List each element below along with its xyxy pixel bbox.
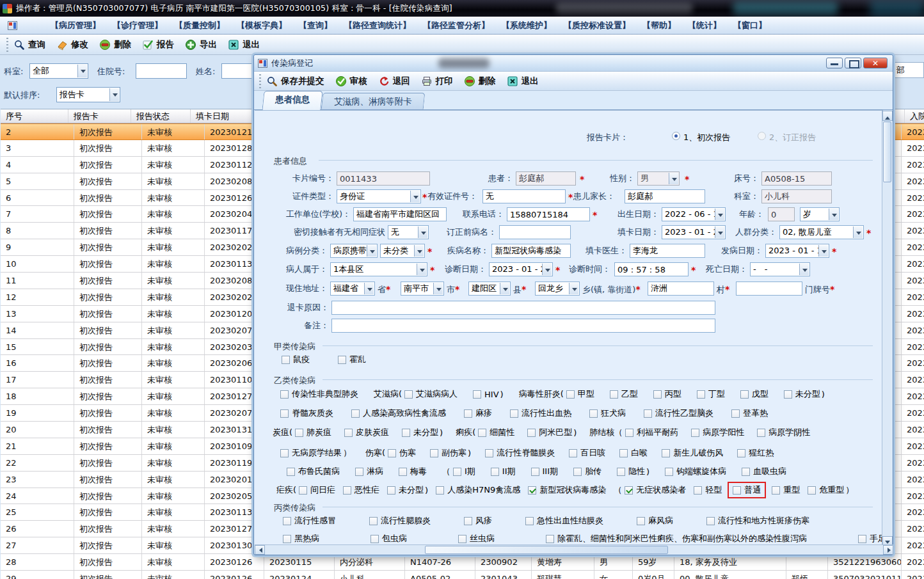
checkbox-item[interactable]: 登革热 bbox=[731, 408, 768, 419]
chevron-down-icon[interactable] bbox=[853, 226, 863, 238]
checkbox[interactable] bbox=[617, 468, 625, 476]
crowd-combo[interactable]: 02, 散居儿童 bbox=[779, 225, 864, 239]
county-combo[interactable]: 建阳区 bbox=[468, 282, 511, 296]
checkbox[interactable] bbox=[589, 409, 598, 418]
menu-item[interactable]: 【质量控制】 bbox=[175, 20, 225, 31]
checkbox-item[interactable]: 传染性非典型肺炎 bbox=[280, 388, 358, 400]
chevron-down-icon[interactable] bbox=[818, 245, 828, 257]
report-button[interactable]: 报告 bbox=[142, 39, 174, 51]
checkbox-item[interactable]: 流行性感冒 bbox=[283, 515, 336, 527]
province-combo[interactable]: 福建省 bbox=[330, 282, 375, 296]
menu-item[interactable]: 【病历管理】 bbox=[51, 20, 100, 31]
audit-button[interactable]: 审核 bbox=[335, 75, 367, 87]
checkbox[interactable] bbox=[299, 486, 307, 495]
tab-aids-gonorrhea-card[interactable]: 艾滋病、淋病等附卡 bbox=[321, 93, 425, 110]
checkbox-item[interactable]: 病原学阴性 bbox=[757, 427, 810, 438]
checkbox-item[interactable]: 病毒性肝炎(甲型 bbox=[519, 388, 594, 400]
checkbox[interactable] bbox=[369, 517, 378, 525]
checkbox[interactable] bbox=[808, 486, 816, 495]
exit-button[interactable]: 退出 bbox=[228, 39, 260, 51]
checkbox-item[interactable]: II期 bbox=[491, 466, 516, 477]
checkbox[interactable] bbox=[527, 429, 536, 437]
checkbox-item[interactable]: 人感染H7N9禽流感 bbox=[436, 484, 520, 496]
checkbox[interactable] bbox=[858, 535, 866, 543]
diag-time-field[interactable] bbox=[614, 262, 689, 276]
remark-field[interactable] bbox=[331, 319, 715, 333]
case-class-combo2[interactable]: 未分类 bbox=[380, 244, 425, 258]
checkbox-item[interactable]: 未分型) bbox=[387, 484, 428, 496]
checkbox-item[interactable]: 痢疾(细菌性 bbox=[456, 427, 514, 438]
checkbox-item[interactable]: 风疹 bbox=[464, 515, 492, 527]
scroll-right-button[interactable] bbox=[883, 545, 893, 555]
checkbox-item[interactable]: 未分型) bbox=[784, 388, 825, 400]
onset-date-combo[interactable]: 2023 - 01 - 16 bbox=[765, 244, 829, 258]
sort-filter-combo[interactable]: 报告卡 bbox=[56, 87, 120, 102]
checkbox-item[interactable]: 危重型） bbox=[808, 484, 854, 496]
checkbox[interactable] bbox=[740, 390, 749, 399]
checkbox[interactable] bbox=[388, 449, 396, 457]
checkbox-item[interactable]: 狂犬病 bbox=[589, 408, 626, 419]
checkbox[interactable] bbox=[644, 409, 652, 418]
checkbox-item[interactable]: 隐性) bbox=[617, 466, 649, 477]
checkbox[interactable] bbox=[510, 409, 518, 418]
dept-filter-combo[interactable]: 全部 bbox=[29, 63, 88, 79]
checkbox-item[interactable]: 急性出血性结膜炎 bbox=[525, 515, 603, 527]
table-row[interactable]: 28 初次报告 未审核 20230126 20230115 内分泌科 N1407… bbox=[1, 554, 924, 571]
checkbox-item[interactable]: 猩红热 bbox=[737, 447, 774, 459]
chevron-down-icon[interactable] bbox=[77, 65, 87, 77]
checkbox-item[interactable]: 炭疽(肺炭疽 bbox=[273, 427, 331, 438]
menu-item[interactable]: 【帮助】 bbox=[642, 20, 676, 31]
scroll-left-button[interactable] bbox=[255, 545, 265, 555]
chevron-down-icon[interactable] bbox=[829, 209, 838, 220]
checkbox[interactable] bbox=[784, 390, 792, 399]
menu-item[interactable]: 【质控标准设置】 bbox=[564, 20, 630, 31]
checkbox[interactable] bbox=[737, 449, 745, 457]
chevron-down-icon[interactable] bbox=[542, 264, 552, 275]
checkbox-item[interactable]: 麻疹 bbox=[464, 408, 492, 419]
checkbox[interactable] bbox=[338, 356, 346, 364]
checkbox-item[interactable]: 新型冠状病毒感染 bbox=[528, 484, 606, 496]
bed-field[interactable] bbox=[761, 171, 832, 186]
checkbox-item[interactable]: 鼠疫 bbox=[282, 354, 310, 365]
checkbox[interactable] bbox=[528, 486, 536, 495]
checkbox[interactable] bbox=[625, 486, 633, 495]
checkbox-item[interactable]: 无病原学结果） bbox=[280, 447, 351, 459]
checkbox-item[interactable]: 梅毒 bbox=[399, 466, 427, 477]
table-header-cell[interactable]: 报告卡 bbox=[68, 109, 131, 123]
checkbox-item[interactable]: 霍乱 bbox=[338, 354, 366, 365]
table-header-cell[interactable]: 入院 bbox=[905, 109, 924, 123]
checkbox-item[interactable]: 人感染高致病性禽流感 bbox=[351, 408, 446, 419]
checkbox[interactable] bbox=[283, 535, 291, 543]
checkbox-item[interactable]: 艾滋病(艾滋病病人 bbox=[374, 388, 458, 400]
id-type-combo[interactable]: 身份证 bbox=[337, 189, 421, 203]
checkbox-item[interactable]: 血吸虫病 bbox=[742, 466, 786, 477]
checkbox[interactable] bbox=[370, 535, 379, 543]
sex-combo[interactable]: 男 bbox=[637, 171, 680, 186]
checkbox[interactable] bbox=[351, 409, 360, 418]
tab-patient-info[interactable]: 患者信息 bbox=[262, 91, 323, 110]
chevron-down-icon[interactable] bbox=[417, 264, 426, 275]
checkbox[interactable] bbox=[573, 468, 582, 476]
checkbox-item[interactable]: 淋病 bbox=[355, 466, 383, 477]
menu-item[interactable]: 【路径查询统计】 bbox=[344, 20, 411, 31]
checkbox[interactable] bbox=[566, 390, 575, 399]
id-no-field[interactable] bbox=[482, 189, 566, 203]
radio-correction-report[interactable] bbox=[758, 132, 766, 140]
export-button[interactable]: 导出 bbox=[185, 39, 217, 51]
checkbox-item[interactable]: 流行性腮腺炎 bbox=[369, 515, 431, 527]
checkbox[interactable] bbox=[344, 429, 353, 437]
checkbox[interactable] bbox=[402, 429, 410, 437]
checkbox-item[interactable]: （I期 bbox=[442, 466, 475, 477]
checkbox[interactable] bbox=[625, 429, 633, 437]
checkbox[interactable] bbox=[694, 486, 702, 495]
checkbox[interactable] bbox=[525, 517, 534, 525]
menu-item[interactable]: 【模板字典】 bbox=[237, 20, 287, 31]
checkbox-item[interactable]: 肺结核（利福平耐药 bbox=[589, 427, 678, 438]
vertical-scroll-thumb[interactable] bbox=[883, 122, 891, 182]
chevron-down-icon[interactable] bbox=[569, 283, 578, 294]
checkbox-item[interactable]: 除霍乱、细菌性和阿米巴性痢疾、伤寒和副伤寒以外的感染性腹泻病 bbox=[546, 533, 807, 544]
checkbox-item[interactable]: 副伤寒) bbox=[430, 447, 471, 459]
fill-doctor-field[interactable] bbox=[630, 244, 705, 258]
dept-field[interactable] bbox=[761, 189, 832, 203]
town-combo[interactable]: 回龙乡 bbox=[535, 282, 580, 296]
